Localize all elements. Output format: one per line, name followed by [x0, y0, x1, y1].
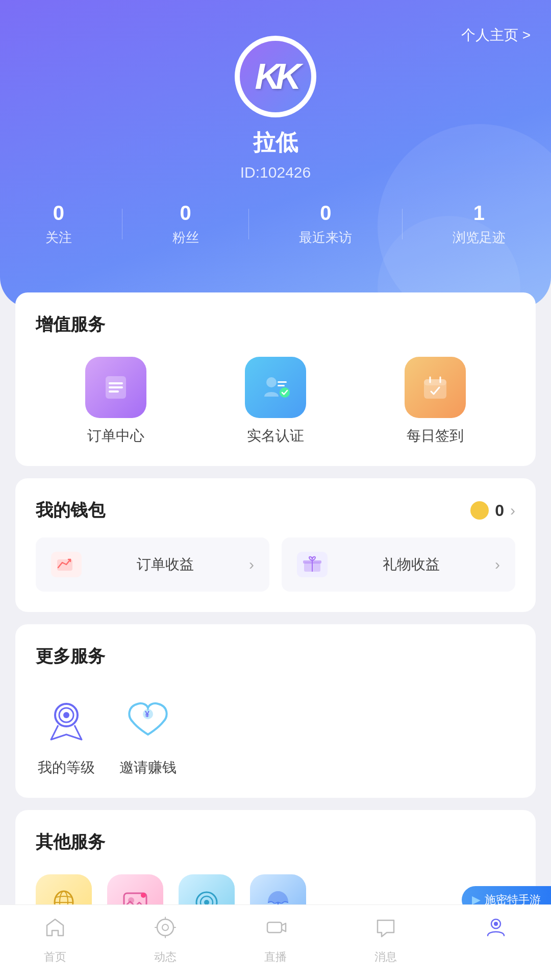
home-icon: [43, 915, 67, 945]
more-services-card: 更多服务 我的等级 ¥: [15, 624, 536, 798]
svg-point-4: [266, 377, 277, 387]
svg-rect-2: [109, 386, 123, 388]
nav-item-live[interactable]: 直播: [220, 905, 331, 980]
stat-recent-visits[interactable]: 0 最近来访: [299, 202, 352, 247]
stat-divider-2: [248, 209, 249, 239]
username: 拉低: [253, 128, 298, 158]
svg-point-32: [162, 924, 168, 930]
dynamic-icon: [153, 915, 178, 945]
value-added-services-title: 增值服务: [36, 313, 515, 336]
nav-live-label: 直播: [264, 949, 287, 965]
stats-row: 0 关注 0 粉丝 0 最近来访 1 浏览足迹: [20, 202, 531, 247]
svg-point-26: [141, 893, 146, 898]
wallet-buttons: 订单收益 › 礼物收益 ›: [36, 537, 515, 592]
balance-number: 0: [495, 501, 504, 520]
svg-rect-6: [278, 385, 285, 386]
stat-divider-1: [122, 209, 122, 239]
main-content: 增值服务 订单中心: [0, 277, 551, 980]
kk-logo: KK: [255, 56, 296, 97]
nav-item-dynamic[interactable]: 动态: [110, 905, 220, 980]
daily-checkin-label: 每日签到: [407, 426, 464, 446]
svg-rect-1: [109, 382, 123, 384]
value-added-services-card: 增值服务 订单中心: [15, 292, 536, 466]
order-center-icon: [85, 357, 146, 418]
svg-point-35: [494, 922, 498, 926]
gift-income-label: 礼物收益: [336, 555, 487, 574]
svg-rect-33: [267, 922, 282, 933]
bottom-nav: 首页 动态 直播 消息: [0, 904, 551, 980]
services-grid: 订单中心 实名认证: [36, 357, 515, 446]
nav-item-home[interactable]: 首页: [0, 905, 110, 980]
order-income-icon: [51, 552, 82, 577]
nav-message-label: 消息: [374, 949, 397, 965]
service-daily-checkin[interactable]: 每日签到: [405, 357, 466, 446]
order-center-label: 订单中心: [87, 426, 144, 446]
my-level-item[interactable]: 我的等级: [36, 689, 97, 777]
stat-following-label: 关注: [45, 229, 72, 247]
real-name-icon: [245, 357, 306, 418]
wallet-balance[interactable]: 0 ›: [470, 501, 515, 520]
my-level-icon: [36, 689, 97, 750]
gift-income-icon: [297, 552, 328, 577]
stat-divider-3: [402, 209, 403, 239]
invite-earn-label: 邀请赚钱: [119, 758, 177, 777]
other-services-title: 其他服务: [36, 830, 515, 854]
order-income-button[interactable]: 订单收益 ›: [36, 537, 269, 592]
avatar-container: KK 拉低 ID:102426: [20, 36, 531, 181]
avatar-inner: KK: [240, 41, 311, 112]
wallet-chevron-icon: ›: [510, 502, 515, 519]
stat-following-number: 0: [53, 202, 64, 225]
svg-rect-3: [109, 390, 119, 393]
svg-rect-5: [278, 381, 287, 383]
gift-income-chevron-icon: ›: [495, 556, 500, 573]
gift-income-button[interactable]: 礼物收益 ›: [282, 537, 515, 592]
service-order-center[interactable]: 订单中心: [85, 357, 146, 446]
stat-browse-history[interactable]: 1 浏览足迹: [453, 202, 506, 247]
profile-header: 个人主页 > KK 拉低 ID:102426 0 关注 0 粉丝 0 最近来访 …: [0, 0, 551, 308]
stat-browse-history-label: 浏览足迹: [453, 229, 506, 247]
stat-recent-visits-label: 最近来访: [299, 229, 352, 247]
stat-recent-visits-number: 0: [320, 202, 331, 225]
avatar[interactable]: KK: [235, 36, 316, 117]
wallet-title: 我的钱包: [36, 499, 105, 522]
order-income-label: 订单收益: [90, 555, 241, 574]
live-icon: [263, 915, 288, 945]
stat-following[interactable]: 0 关注: [45, 202, 72, 247]
daily-checkin-icon: [405, 357, 466, 418]
personal-home-link[interactable]: 个人主页 >: [461, 26, 531, 45]
svg-text:¥: ¥: [145, 710, 149, 719]
order-income-chevron-icon: ›: [249, 556, 254, 573]
svg-point-31: [157, 919, 173, 936]
wallet-card: 我的钱包 0 › 订单收益 ›: [15, 478, 536, 612]
wallet-header: 我的钱包 0 ›: [36, 499, 515, 522]
svg-rect-9: [424, 379, 446, 385]
my-level-label: 我的等级: [38, 758, 95, 777]
real-name-label: 实名认证: [247, 426, 304, 446]
stat-fans[interactable]: 0 粉丝: [172, 202, 199, 247]
svg-point-18: [63, 712, 69, 718]
invite-earn-icon: ¥: [117, 689, 179, 750]
stat-browse-history-number: 1: [473, 202, 485, 225]
nav-item-profile[interactable]: [441, 905, 551, 980]
nav-dynamic-label: 动态: [154, 949, 177, 965]
invite-earn-item[interactable]: ¥ 邀请赚钱: [117, 689, 179, 777]
service-real-name[interactable]: 实名认证: [245, 357, 306, 446]
more-services-title: 更多服务: [36, 645, 515, 668]
stat-fans-number: 0: [180, 202, 191, 225]
nav-item-message[interactable]: 消息: [331, 905, 441, 980]
profile-icon: [484, 915, 508, 945]
gold-coin-icon: [470, 501, 489, 520]
message-icon: [373, 915, 398, 945]
stat-fans-label: 粉丝: [172, 229, 199, 247]
user-id: ID:102426: [240, 164, 311, 181]
nav-home-label: 首页: [44, 949, 66, 965]
more-services-grid: 我的等级 ¥ 邀请赚钱: [36, 689, 515, 777]
